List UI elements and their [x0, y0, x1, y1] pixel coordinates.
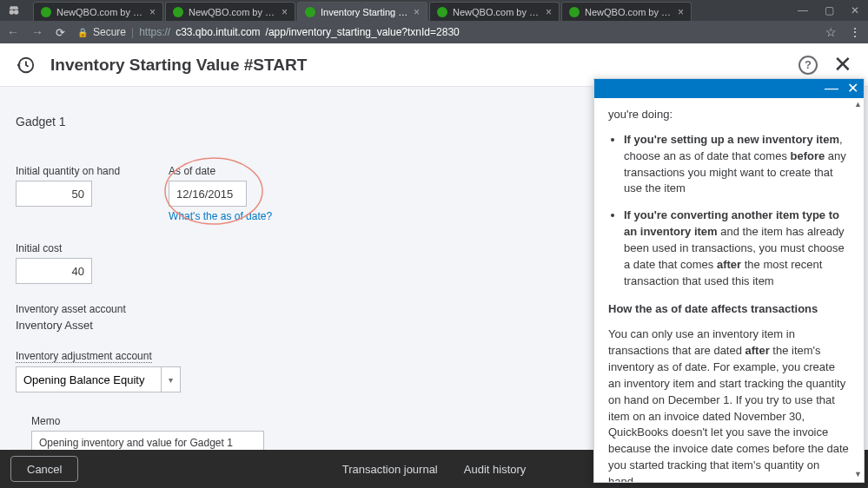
- browser-menu-icon[interactable]: ⋮: [849, 25, 861, 39]
- incognito-icon: [7, 3, 21, 20]
- tab-title: Inventory Starting Value: [321, 7, 408, 17]
- initial-qty-input[interactable]: [16, 181, 92, 207]
- browser-tab[interactable]: NewQBO.com by VPCon…×: [33, 2, 163, 21]
- help-panel: — ✕ ▲ you're doing: If you're setting up…: [593, 78, 865, 483]
- browser-tab[interactable]: NewQBO.com by VPCon…×: [561, 2, 692, 21]
- as-of-date-input[interactable]: [169, 181, 247, 207]
- bookmark-star-icon[interactable]: ☆: [825, 25, 837, 39]
- audit-history-link[interactable]: Audit history: [464, 463, 527, 476]
- help-bullet-1: If you're setting up a new inventory ite…: [624, 132, 850, 197]
- browser-tabs-bar: NewQBO.com by VPCon…× NewQBO.com by VPCo…: [0, 0, 868, 21]
- scroll-down-icon[interactable]: ▼: [854, 470, 862, 478]
- url-path: /app/inventory_starting_value?txnId=2830: [266, 26, 460, 38]
- browser-url-bar: ← → ⟳ 🔒 Secure | https://c33.qbo.intuit.…: [0, 21, 868, 43]
- browser-tab[interactable]: NewQBO.com by VPCon…×: [429, 2, 560, 21]
- tab-favicon-icon: [305, 7, 315, 17]
- tab-favicon-icon: [173, 7, 183, 17]
- help-panel-titlebar: — ✕: [594, 79, 864, 98]
- help-section-heading: How the as of date affects transactions: [608, 301, 850, 318]
- close-page-button[interactable]: ✕: [833, 51, 852, 78]
- help-content[interactable]: you're doing: If you're setting up a new…: [594, 98, 864, 482]
- close-icon[interactable]: ×: [414, 6, 420, 18]
- chevron-down-icon: ▾: [161, 367, 180, 392]
- maximize-button[interactable]: ▢: [816, 0, 842, 21]
- lock-icon: 🔒: [77, 28, 88, 37]
- as-of-date-label: As of date: [169, 165, 272, 177]
- close-icon[interactable]: ×: [282, 6, 288, 18]
- browser-tab-active[interactable]: Inventory Starting Value×: [297, 2, 427, 21]
- adjustment-account-select[interactable]: Opening Balance Equity ▾: [16, 366, 181, 392]
- action-bar-center: Transaction journal Audit history: [342, 463, 527, 476]
- tab-favicon-icon: [437, 7, 447, 17]
- forward-button[interactable]: →: [31, 25, 43, 39]
- minimize-button[interactable]: —: [790, 0, 816, 21]
- help-bullet-2: If you're converting another item type t…: [624, 208, 850, 289]
- tab-title: NewQBO.com by VPCon…: [189, 7, 276, 17]
- tab-title: NewQBO.com by VPCon…: [585, 7, 673, 17]
- address-bar[interactable]: 🔒 Secure | https://c33.qbo.intuit.com/ap…: [77, 26, 813, 38]
- initial-qty-label: Initial quantity on hand: [16, 165, 120, 177]
- svg-point-0: [10, 10, 14, 14]
- help-button[interactable]: ?: [798, 56, 818, 75]
- tab-favicon-icon: [569, 7, 580, 17]
- scroll-up-icon[interactable]: ▲: [854, 100, 862, 109]
- minimize-help-button[interactable]: —: [825, 82, 838, 96]
- close-icon[interactable]: ×: [678, 6, 684, 18]
- initial-cost-input[interactable]: [16, 258, 92, 284]
- as-of-date-help-link[interactable]: What's the as of date?: [169, 210, 272, 222]
- back-button[interactable]: ←: [7, 25, 19, 39]
- initial-qty-field-group: Initial quantity on hand: [16, 165, 120, 223]
- tab-title: NewQBO.com by VPCon…: [56, 7, 144, 17]
- adjustment-account-label: Inventory adjustment account: [16, 350, 152, 363]
- as-of-date-field-group: As of date What's the as of date?: [169, 165, 272, 223]
- help-paragraph: You can only use an inventory item in tr…: [608, 326, 850, 482]
- close-help-button[interactable]: ✕: [847, 82, 858, 96]
- transaction-journal-link[interactable]: Transaction journal: [342, 463, 438, 476]
- url-protocol: https://: [139, 26, 170, 38]
- url-host: c33.qbo.intuit.com: [176, 26, 260, 38]
- close-icon[interactable]: ×: [546, 6, 552, 18]
- cancel-button[interactable]: Cancel: [10, 456, 78, 482]
- tab-favicon-icon: [41, 7, 51, 17]
- adjustment-account-selected: Opening Balance Equity: [17, 373, 161, 386]
- browser-tab[interactable]: NewQBO.com by VPCon…×: [165, 2, 295, 21]
- svg-point-1: [14, 10, 18, 14]
- tab-title: NewQBO.com by VPCon…: [453, 7, 540, 17]
- close-window-button[interactable]: ✕: [842, 0, 868, 21]
- window-controls: — ▢ ✕: [790, 0, 868, 21]
- history-icon[interactable]: [16, 56, 35, 75]
- close-icon[interactable]: ×: [149, 6, 156, 18]
- page-title: Inventory Starting Value #START: [50, 56, 307, 75]
- secure-label: Secure: [93, 26, 126, 38]
- help-intro-tail: you're doing:: [608, 107, 850, 123]
- reload-button[interactable]: ⟳: [56, 26, 65, 39]
